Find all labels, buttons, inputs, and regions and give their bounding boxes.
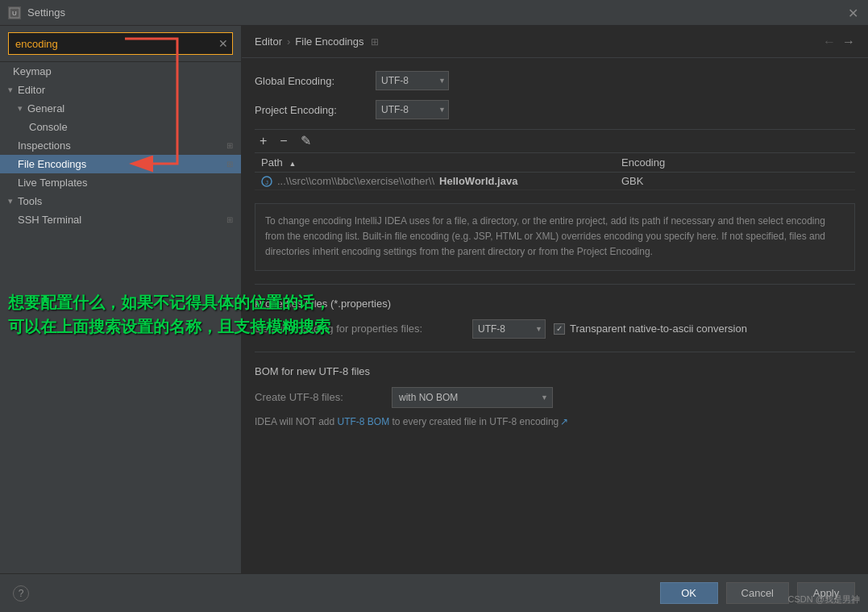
- encoding-cell: GBK: [615, 173, 855, 190]
- cancel-button[interactable]: Cancel: [726, 582, 789, 604]
- project-encoding-row: Project Encoding: UTF-8 GBK ISO-8859-1: [255, 100, 855, 119]
- general-collapse-icon: ▾: [18, 103, 23, 114]
- table-toolbar: + − ✎: [255, 129, 855, 153]
- search-clear-icon[interactable]: ✕: [218, 37, 228, 50]
- app-icon: U: [8, 6, 21, 19]
- props-encoding-row: Default encoding for properties files: U…: [255, 319, 855, 339]
- ok-button[interactable]: OK: [660, 582, 718, 604]
- project-encoding-select-wrap: UTF-8 GBK ISO-8859-1: [376, 100, 449, 119]
- tree-section: Keymap ▾ Editor ▾ General Console Inspec…: [0, 62, 241, 229]
- sidebar-item-live-templates[interactable]: Live Templates: [0, 173, 241, 192]
- search-container: ✕: [8, 32, 233, 55]
- path-cell: J ...\\src\\com\\bbc\\exercise\\other\\H…: [261, 175, 608, 187]
- breadcrumb: Editor › File Encodings ⊞: [255, 35, 379, 48]
- help-button[interactable]: ?: [13, 585, 29, 602]
- content-area: Editor › File Encodings ⊞ ← → Global Enc…: [242, 26, 868, 573]
- sidebar: ✕ Keymap ▾ Editor ▾ General Console Insp…: [0, 26, 242, 573]
- properties-section-title: Properties Files (*.properties): [255, 298, 855, 310]
- sidebar-item-console[interactable]: Console: [0, 118, 241, 136]
- ssh-settings-icon: ⊞: [226, 215, 233, 224]
- bom-create-label: Create UTF-8 files:: [255, 391, 384, 403]
- description-block: To change encoding IntelliJ IDEA uses fo…: [255, 203, 855, 271]
- annotation-line1: 想要配置什么，如果不记得具体的位置的话，: [8, 290, 242, 314]
- search-wrap: ✕: [0, 26, 241, 62]
- transparent-label: Transparent native-to-ascii conversion: [570, 323, 747, 335]
- breadcrumb-pin-icon[interactable]: ⊞: [371, 36, 379, 48]
- section-divider-2: [255, 352, 855, 352]
- project-encoding-select[interactable]: UTF-8 GBK ISO-8859-1: [376, 100, 449, 119]
- encoding-column-header: Encoding: [615, 153, 855, 173]
- bom-note: IDEA will NOT add UTF-8 BOM to every cre…: [255, 416, 855, 427]
- nav-back-button[interactable]: ←: [823, 35, 836, 49]
- props-encoding-label: Default encoding for properties files:: [255, 323, 464, 335]
- bottom-bar: ? OK Cancel Apply: [0, 573, 868, 612]
- project-encoding-label: Project Encoding:: [255, 104, 376, 116]
- edit-button[interactable]: ✎: [296, 133, 316, 149]
- bom-section-title: BOM for new UTF-8 files: [255, 365, 855, 377]
- bom-select-wrap: with NO BOM with BOM: [392, 387, 553, 408]
- content-header: Editor › File Encodings ⊞ ← →: [242, 26, 868, 58]
- props-encoding-select[interactable]: UTF-8 GBK ISO-8859-1: [472, 319, 546, 339]
- sidebar-item-tools[interactable]: ▾ Tools: [0, 192, 241, 210]
- nav-forward-button[interactable]: →: [842, 35, 855, 49]
- remove-button[interactable]: −: [275, 133, 292, 149]
- sort-icon: ▲: [289, 160, 296, 168]
- file-icon: J: [261, 176, 272, 187]
- svg-text:U: U: [12, 10, 17, 17]
- sidebar-item-inspections[interactable]: Inspections ⊞: [0, 136, 241, 155]
- nav-arrows: ← →: [823, 35, 855, 49]
- transparent-checkbox[interactable]: [554, 323, 565, 335]
- path-file: HelloWorld.java: [439, 175, 517, 187]
- sidebar-item-general[interactable]: ▾ General: [0, 99, 241, 118]
- sidebar-item-editor[interactable]: ▾ Editor: [0, 81, 241, 99]
- add-button[interactable]: +: [255, 133, 272, 149]
- section-divider: [255, 284, 855, 285]
- breadcrumb-current: File Encodings: [295, 35, 363, 48]
- global-encoding-select-wrap: UTF-8 GBK ISO-8859-1: [376, 71, 449, 90]
- bom-create-row: Create UTF-8 files: with NO BOM with BOM: [255, 387, 855, 408]
- annotation-overlay: 想要配置什么，如果不记得具体的位置的话， 可以在上面搜索设置的名称，且支持模糊搜…: [8, 290, 242, 339]
- search-input[interactable]: [8, 32, 233, 55]
- editor-collapse-icon: ▾: [8, 85, 13, 95]
- path-prefix: ...\\src\\com\\bbc\\exercise\\other\\: [277, 175, 434, 187]
- annotation-line2: 可以在上面搜索设置的名称，且支持模糊搜索: [8, 314, 242, 339]
- global-encoding-select[interactable]: UTF-8 GBK ISO-8859-1: [376, 71, 449, 90]
- global-encoding-label: Global Encoding:: [255, 75, 376, 87]
- close-button[interactable]: ✕: [848, 5, 858, 20]
- breadcrumb-separator: ›: [287, 35, 290, 48]
- content-body: Global Encoding: UTF-8 GBK ISO-8859-1 Pr…: [242, 58, 868, 573]
- global-encoding-row: Global Encoding: UTF-8 GBK ISO-8859-1: [255, 71, 855, 90]
- bom-link[interactable]: UTF-8 BOM: [337, 416, 389, 427]
- sidebar-item-file-encodings[interactable]: File Encodings ⊞: [0, 155, 241, 173]
- title-bar: U Settings ✕: [0, 0, 868, 26]
- table-row[interactable]: J ...\\src\\com\\bbc\\exercise\\other\\H…: [255, 173, 855, 190]
- watermark: CSDN @我是男神: [788, 593, 860, 606]
- transparent-checkbox-wrap: Transparent native-to-ascii conversion: [554, 323, 747, 335]
- props-encoding-select-wrap: UTF-8 GBK ISO-8859-1: [472, 319, 546, 339]
- sidebar-item-keymap[interactable]: Keymap: [0, 62, 241, 81]
- bom-select[interactable]: with NO BOM with BOM: [392, 387, 553, 408]
- bom-arrow-icon: ↗: [560, 416, 568, 427]
- main-layout: ✕ Keymap ▾ Editor ▾ General Console Insp…: [0, 26, 868, 573]
- sidebar-item-ssh-terminal[interactable]: SSH Terminal ⊞: [0, 210, 241, 229]
- file-encodings-settings-icon: ⊞: [226, 160, 233, 169]
- breadcrumb-parent: Editor: [255, 35, 282, 48]
- path-column-header: Path ▲: [255, 153, 615, 173]
- encodings-table: Path ▲ Encoding: [255, 153, 855, 190]
- tools-collapse-icon: ▾: [8, 196, 13, 206]
- window-title: Settings: [27, 6, 65, 19]
- inspections-settings-icon: ⊞: [226, 141, 233, 150]
- svg-text:J: J: [265, 179, 268, 186]
